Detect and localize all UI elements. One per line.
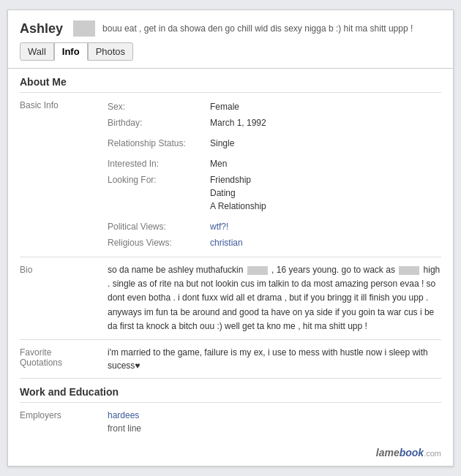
interested-row: Interested In: Men bbox=[108, 156, 441, 172]
basic-info-content: Sex: Female Birthday: March 1, 1992 Rela… bbox=[108, 99, 441, 251]
religious-link[interactable]: christian bbox=[210, 238, 243, 248]
employers-section: Employers hardees front line bbox=[8, 403, 453, 441]
bio-redacted-1 bbox=[247, 266, 268, 275]
looking-label: Looking For: bbox=[108, 172, 210, 214]
looking-value-2: Dating bbox=[210, 186, 266, 200]
bio-label: Bio bbox=[20, 263, 108, 333]
sex-row: Sex: Female bbox=[108, 99, 441, 115]
footer-book: book bbox=[400, 447, 424, 458]
looking-value-1: Friendship bbox=[210, 173, 266, 186]
quotations-value: i'm married to the game, failure is my e… bbox=[108, 346, 441, 372]
employer-link[interactable]: hardees bbox=[108, 410, 139, 420]
relationship-row: Relationship Status: Single bbox=[108, 135, 441, 151]
employer-content: hardees front line bbox=[108, 409, 441, 435]
birthday-value: March 1, 1992 bbox=[210, 115, 266, 131]
relationship-label: Relationship Status: bbox=[108, 135, 210, 151]
bio-text-part1: so da name be ashley muthafuckin bbox=[108, 265, 246, 275]
bio-text-part2: , 16 years young. go to wack as bbox=[269, 265, 397, 275]
about-me-title: About Me bbox=[8, 69, 453, 92]
lamebook-footer: lamebook.com bbox=[8, 441, 453, 466]
header-status: bouu eat , get in da showa den go chill … bbox=[102, 23, 441, 34]
religious-value: christian bbox=[210, 235, 243, 251]
basic-info-label: Basic Info bbox=[20, 99, 108, 251]
bio-section: Bio so da name be ashley muthafuckin , 1… bbox=[8, 257, 453, 339]
religious-label: Religious Views: bbox=[108, 235, 210, 251]
sex-label: Sex: bbox=[108, 99, 210, 115]
birthday-row: Birthday: March 1, 1992 bbox=[108, 115, 441, 131]
tab-wall[interactable]: Wall bbox=[20, 42, 54, 61]
bio-redacted-2 bbox=[399, 266, 419, 275]
religious-row: Religious Views: christian bbox=[108, 235, 441, 251]
quotations-section: Favorite Quotations i'm married to the g… bbox=[8, 340, 453, 378]
profile-tabs: Wall Info Photos bbox=[8, 37, 453, 61]
employers-label: Employers bbox=[20, 409, 108, 435]
relationship-value: Single bbox=[210, 135, 234, 151]
footer-lame: lame bbox=[376, 447, 400, 458]
interested-value: Men bbox=[210, 156, 227, 172]
birthday-label: Birthday: bbox=[108, 115, 210, 131]
profile-name: Ashley bbox=[20, 21, 63, 37]
work-education-title: Work and Education bbox=[8, 379, 453, 402]
political-link[interactable]: wtf?! bbox=[210, 222, 228, 232]
political-value: wtf?! bbox=[210, 219, 228, 235]
employer-name-row: hardees bbox=[108, 409, 441, 422]
basic-info-section: Basic Info Sex: Female Birthday: March 1… bbox=[8, 93, 453, 257]
avatar bbox=[73, 20, 95, 37]
sex-value: Female bbox=[210, 99, 239, 115]
quotations-label: Favorite Quotations bbox=[20, 346, 108, 372]
tab-info[interactable]: Info bbox=[54, 42, 88, 61]
looking-values: Friendship Dating A Relationship bbox=[210, 172, 266, 214]
tab-photos[interactable]: Photos bbox=[88, 42, 133, 61]
footer-dotcom: .com bbox=[424, 449, 441, 458]
political-row: Political Views: wtf?! bbox=[108, 219, 441, 235]
employer-position: front line bbox=[108, 422, 441, 435]
political-label: Political Views: bbox=[108, 219, 210, 235]
bio-content: so da name be ashley muthafuckin , 16 ye… bbox=[108, 263, 441, 333]
profile-header: Ashley bouu eat , get in da showa den go… bbox=[8, 10, 453, 37]
looking-row: Looking For: Friendship Dating A Relatio… bbox=[108, 172, 441, 214]
profile-card: Ashley bouu eat , get in da showa den go… bbox=[7, 10, 454, 466]
looking-value-3: A Relationship bbox=[210, 200, 266, 213]
interested-label: Interested In: bbox=[108, 156, 210, 172]
